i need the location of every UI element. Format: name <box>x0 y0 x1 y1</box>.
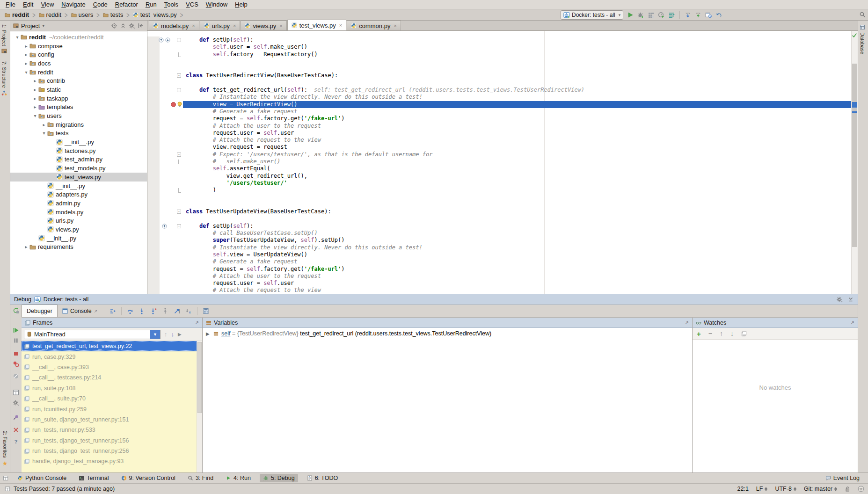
code-text[interactable]: # call BaseUserTestCase.setUp() <box>183 230 852 237</box>
editor-gutter[interactable]: - <box>147 36 183 44</box>
editor-gutter[interactable] <box>147 280 183 287</box>
step-over-icon[interactable] <box>127 308 133 314</box>
toolwindow-button-terminal[interactable]: Terminal <box>75 474 112 482</box>
code-text[interactable]: # Instantiate the view directly. Never d… <box>183 244 852 251</box>
editor-gutter[interactable] <box>147 273 183 280</box>
line-ending-selector[interactable]: LF <box>756 486 768 492</box>
editor-tab-models.py[interactable]: models.py× <box>149 21 199 30</box>
menu-navigate[interactable]: Navigate <box>58 0 89 8</box>
step-out-icon[interactable] <box>162 308 168 314</box>
settings-gear-icon[interactable] <box>13 400 19 406</box>
code-text[interactable]: # Instantiate the view directly. Never d… <box>183 94 852 101</box>
editor-gutter[interactable] <box>147 44 183 51</box>
code-text[interactable]: def test_get_redirect_url(self):self: te… <box>183 87 852 94</box>
chevron-right-icon[interactable]: ▸ <box>23 61 29 66</box>
tool-window-switcher-icon[interactable] <box>3 475 8 481</box>
editor-gutter[interactable] <box>147 215 183 222</box>
editor-gutter[interactable] <box>147 94 183 101</box>
editor[interactable]: -def setUp(self):self.user = self.make_u… <box>147 31 858 294</box>
menu-view[interactable]: View <box>37 0 58 8</box>
profiler-icon[interactable] <box>658 12 664 18</box>
code-line[interactable]: # Instantiate the view directly. Never d… <box>147 244 852 251</box>
editor-gutter[interactable] <box>147 115 183 122</box>
frame-row[interactable]: run, case.py:329 <box>22 351 202 362</box>
dropdown-button[interactable]: ▼ <box>150 330 160 339</box>
frame-row[interactable]: __call__, testcases.py:214 <box>22 372 202 383</box>
editor-gutter[interactable] <box>147 187 183 194</box>
code-text[interactable]: class TestUserRedirectView(BaseUserTestC… <box>183 72 852 79</box>
event-log-button[interactable]: Event Log <box>825 475 860 481</box>
menu-help[interactable]: Help <box>231 0 251 8</box>
editor-gutter[interactable] <box>147 258 183 265</box>
editor-gutter[interactable] <box>147 237 183 244</box>
frame-row[interactable]: run, suite.py:108 <box>22 383 202 393</box>
chevron-right-icon[interactable]: ▸ <box>32 87 38 92</box>
editor-gutter[interactable] <box>147 201 183 208</box>
chevron-right-icon[interactable]: ▸ <box>32 104 38 109</box>
menu-run[interactable]: Run <box>142 0 160 8</box>
sidebar-button-favorites[interactable]: 2: Favorites ★ <box>0 427 10 471</box>
editor-gutter[interactable]: - <box>147 223 183 230</box>
step-into-icon[interactable] <box>139 308 145 314</box>
menu-window[interactable]: Window <box>202 0 231 8</box>
editor-gutter[interactable] <box>147 51 183 58</box>
tree-item-__init__.py[interactable]: __init__.py <box>10 234 147 243</box>
changelist-icon[interactable] <box>668 12 675 18</box>
hide-panel-icon[interactable] <box>138 22 144 29</box>
chevron-right-icon[interactable]: ▸ <box>23 44 29 49</box>
chevron-right-icon[interactable]: ▶ <box>178 332 182 337</box>
code-line[interactable] <box>147 58 852 65</box>
frame-down-icon[interactable]: ↓ <box>171 331 175 338</box>
fold-marker-icon[interactable]: - <box>177 224 181 228</box>
editor-gutter[interactable] <box>147 230 183 237</box>
frame-row[interactable]: run, tcunittest.py:259 <box>22 404 202 414</box>
fold-marker-icon[interactable]: - <box>177 88 181 92</box>
stop-icon[interactable] <box>13 350 19 357</box>
frame-row[interactable]: test_get_redirect_url, test_views.py:22 <box>22 341 202 351</box>
code-line[interactable]: -# Expect: '/users/testuser/', as that i… <box>147 151 852 158</box>
vcs-commit-icon[interactable]: VCS <box>695 12 701 18</box>
tree-item-reddit[interactable]: ▾reddit~/cookiecutter/reddit <box>10 33 147 42</box>
code-text[interactable] <box>183 65 852 72</box>
code-text[interactable]: view = UserRedirectView() <box>183 101 852 108</box>
chevron-down-icon[interactable]: ▾ <box>23 70 29 75</box>
chevron-right-icon[interactable]: ▸ <box>41 122 47 127</box>
frame-row[interactable]: run_tests, runner.py:533 <box>22 425 202 435</box>
code-line[interactable] <box>147 201 852 208</box>
tree-item-docs[interactable]: ▸docs <box>10 59 147 68</box>
code-text[interactable]: self.view = UserUpdateView() <box>183 251 852 258</box>
code-line[interactable]: -def setUp(self): <box>147 223 852 230</box>
editor-gutter[interactable] <box>147 165 183 172</box>
debug-icon[interactable] <box>637 12 644 18</box>
code-text[interactable]: class TestUserUpdateView(BaseUserTestCas… <box>183 208 852 215</box>
tree-item-contrib[interactable]: ▸contrib <box>10 76 147 85</box>
code-text[interactable] <box>183 58 852 65</box>
gear-icon[interactable] <box>129 22 135 29</box>
breadcrumb-item[interactable]: users <box>70 11 95 18</box>
code-line[interactable]: request = self.factory.get('/fake-url') <box>147 266 852 273</box>
chevron-right-icon[interactable]: ▸ <box>23 52 29 57</box>
hide-window-icon[interactable] <box>847 296 854 303</box>
close-icon[interactable]: × <box>233 23 236 29</box>
menu-tools[interactable]: Tools <box>160 0 182 8</box>
breadcrumb-item[interactable]: test_views.py <box>132 11 178 18</box>
code-text[interactable]: # Expect: '/users/testuser/', as that is… <box>183 151 852 158</box>
intention-bulb-icon[interactable] <box>177 102 182 107</box>
code-line[interactable]: # Attach the request to the view <box>147 287 852 294</box>
restore-layout-icon[interactable] <box>13 389 19 396</box>
editor-gutter[interactable] <box>147 123 183 130</box>
code-line[interactable]: request = self.factory.get('/fake-url') <box>147 115 852 122</box>
editor-tab-views.py[interactable]: views.py× <box>241 21 286 30</box>
code-text[interactable]: request = self.factory.get('/fake-url') <box>183 115 852 122</box>
breadcrumb-item[interactable]: reddit <box>4 11 30 18</box>
editor-gutter[interactable] <box>147 137 183 144</box>
code-line[interactable]: '/users/testuser/' <box>147 180 852 187</box>
editor-gutter[interactable] <box>147 144 183 151</box>
code-text[interactable]: super(TestUserUpdateView, self).setUp() <box>183 237 852 244</box>
code-line[interactable]: # call BaseUserTestCase.setUp() <box>147 230 852 237</box>
toolwindow-button-6--todo[interactable]: 6: TODO <box>304 474 342 482</box>
code-text[interactable]: request.user = self.user <box>183 280 852 287</box>
frame-row[interactable]: handle, django_test_manage.py:93 <box>22 456 202 466</box>
tree-item-requirements[interactable]: ▸requirements <box>10 243 147 252</box>
code-text[interactable]: view.request = request <box>183 144 852 151</box>
